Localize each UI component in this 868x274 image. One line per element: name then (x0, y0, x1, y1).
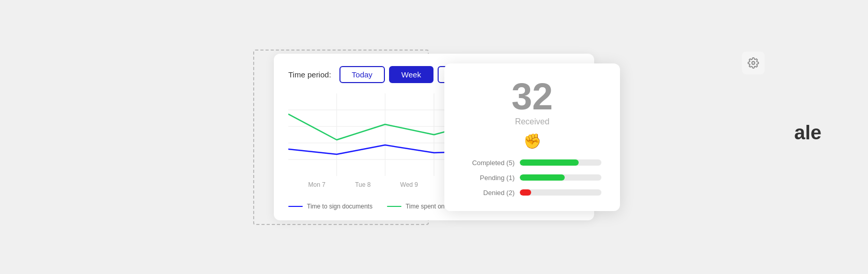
completed-label: Completed (5) (463, 159, 515, 167)
time-period-label: Time period: (288, 70, 331, 79)
week-button[interactable]: Week (389, 66, 433, 83)
legend-blue-line (288, 206, 303, 207)
completed-row: Completed (5) (463, 159, 601, 167)
legend-blue: Time to sign documents (288, 203, 373, 210)
denied-bar-fill (520, 189, 531, 196)
gear-button[interactable] (742, 52, 765, 74)
hand-icon: ✊ (463, 133, 601, 150)
stats-bars: Completed (5) Pending (1) Denied (2) (463, 159, 601, 197)
legend-blue-label: Time to sign documents (307, 203, 373, 210)
today-button[interactable]: Today (339, 66, 385, 83)
pending-label: Pending (1) (463, 174, 515, 182)
gear-area (742, 52, 765, 74)
legend-green-line (387, 206, 401, 207)
pending-row: Pending (1) (463, 174, 601, 182)
side-text: ale (794, 122, 822, 144)
x-label-mon: Mon 7 (308, 181, 326, 188)
denied-row: Denied (2) (463, 189, 601, 197)
denied-bar-track (520, 189, 601, 196)
received-number: 32 (463, 78, 601, 115)
stats-card: 32 Received ✊ Completed (5) Pending (1) (444, 63, 620, 211)
pending-bar-track (520, 174, 601, 181)
svg-point-12 (752, 61, 755, 65)
x-label-tue: Tue 8 (355, 181, 370, 188)
completed-bar-fill (520, 159, 579, 166)
denied-label: Denied (2) (463, 189, 515, 197)
gear-icon (748, 57, 759, 69)
x-label-wed: Wed 9 (400, 181, 418, 188)
completed-bar-track (520, 159, 601, 166)
received-label: Received (463, 117, 601, 126)
pending-bar-fill (520, 174, 565, 181)
